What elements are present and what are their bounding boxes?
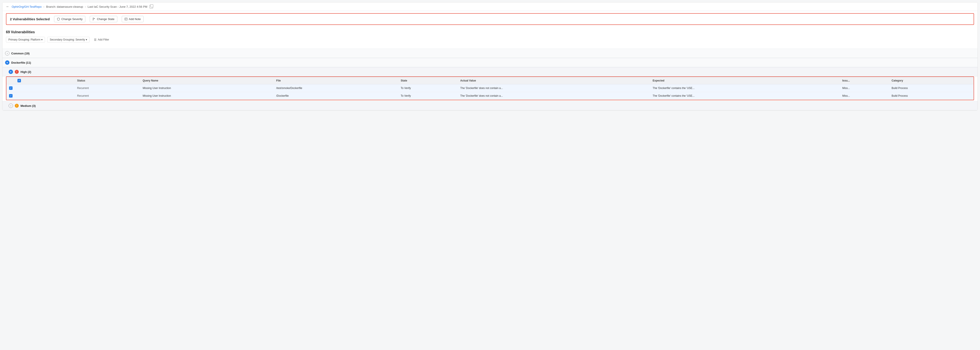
vuln-table: ✓ Status Query Name File State Actual Va… — [6, 77, 974, 100]
table-header: ✓ Status Query Name File State Actual Va… — [6, 77, 974, 84]
change-state-button[interactable]: Change State — [90, 16, 117, 22]
chevron-down-icon: ▾ — [5, 60, 10, 65]
group-medium-label: Medium (3) — [21, 104, 36, 108]
row2-file: /Dockerfile — [274, 92, 398, 100]
check-mark: ✓ — [18, 79, 20, 82]
medium-severity-badge: ! — [15, 104, 19, 108]
breadcrumb-branch: Branch: dataerasure-cleanup — [46, 5, 83, 8]
page-wrapper: ← OphirOrg/GH-TestRepo › Branch: dataera… — [2, 2, 978, 111]
change-severity-label: Change Severity — [61, 17, 83, 21]
note-icon — [125, 17, 127, 21]
add-filter-button[interactable]: ☰ Add Filter — [92, 37, 111, 43]
vuln-count-title: 69 Vulnerabilities — [6, 30, 974, 34]
col-actual-value: Actual Value — [458, 77, 651, 84]
row2-expected: The 'Dockerfile' contains the 'USE... — [651, 92, 840, 100]
breadcrumb-sep-1: › — [43, 5, 45, 8]
row2-query-name: Missing User Instruction — [140, 92, 274, 100]
col-issue: Issu... — [840, 77, 889, 84]
row2-state: To Verify — [398, 92, 458, 100]
row2-issue: Miss... — [840, 92, 889, 100]
row1-checkbox[interactable]: ✓ — [9, 86, 13, 90]
secondary-grouping-chevron-icon: ▾ — [86, 38, 87, 41]
breadcrumb-org-repo[interactable]: OphirOrg/GH-TestRepo — [12, 5, 42, 8]
chevron-right-medium-icon: › — [9, 103, 13, 108]
row1-check: ✓ — [10, 87, 12, 89]
col-expected: Expected — [651, 77, 840, 84]
group-dockerfile-label: Dockerfile (11) — [11, 61, 31, 64]
col-query-name: Query Name — [140, 77, 274, 84]
col-category: Category — [889, 77, 974, 84]
row1-status: Recurrent — [75, 84, 140, 92]
back-button[interactable]: ← — [6, 5, 10, 9]
selected-count-label: 2 Vulnerabilities Selected — [10, 17, 49, 21]
row1-file: /test/smoke/Dockerfile — [274, 84, 398, 92]
secondary-grouping-filter[interactable]: Secondary Grouping: Severity ▾ — [47, 37, 89, 43]
group-high-label: High (2) — [21, 70, 31, 74]
add-note-label: Add Note — [129, 17, 141, 21]
copy-icon[interactable] — [150, 5, 153, 8]
add-filter-label: Add Filter — [98, 38, 109, 41]
header-row: ✓ Status Query Name File State Actual Va… — [6, 77, 974, 84]
filter-bar: Primary Grouping: Platform ▾ Secondary G… — [6, 37, 974, 43]
primary-grouping-filter[interactable]: Primary Grouping: Platform ▾ — [6, 37, 45, 43]
action-bar: 2 Vulnerabilities Selected Change Severi… — [6, 13, 974, 25]
row2-checkbox[interactable]: ✓ — [9, 94, 13, 98]
col-file: File — [274, 77, 398, 84]
high-severity-badge: ! — [15, 70, 19, 74]
row2-actual-value: The 'Dockerfile' does not contain a... — [458, 92, 651, 100]
group-dockerfile[interactable]: ▾ Dockerfile (11) — [2, 58, 978, 67]
chevron-right-icon: › — [5, 51, 10, 55]
col-state: State — [398, 77, 458, 84]
change-state-label: Change State — [97, 17, 115, 21]
svg-rect-0 — [125, 18, 127, 20]
row1-checkbox-cell[interactable]: ✓ — [6, 84, 75, 92]
row2-status: Recurrent — [75, 92, 140, 100]
group-common-label: Common (19) — [11, 52, 30, 55]
breadcrumb-scan: Last IaC Security Scan - June 7, 2022 4:… — [88, 5, 147, 8]
breadcrumb-sep-2: › — [85, 5, 86, 8]
group-common[interactable]: › Common (19) — [2, 49, 978, 58]
header-checkbox-col: ✓ — [6, 77, 75, 84]
flag-icon — [92, 17, 95, 21]
secondary-grouping-label: Secondary Grouping: Severity — [49, 38, 85, 41]
content-area: 69 Vulnerabilities Primary Grouping: Pla… — [2, 27, 978, 49]
table-row: ✓ Recurrent Missing User Instruction /Do… — [6, 92, 974, 100]
row2-check: ✓ — [10, 95, 12, 97]
row1-expected: The 'Dockerfile' contains the 'USE... — [651, 84, 840, 92]
row1-actual-value: The 'Dockerfile' does not contain a... — [458, 84, 651, 92]
row2-checkbox-cell[interactable]: ✓ — [6, 92, 75, 100]
primary-grouping-chevron-icon: ▾ — [41, 38, 43, 41]
primary-grouping-label: Primary Grouping: Platform — [8, 38, 40, 41]
chevron-down-nested-icon: ▾ — [9, 70, 13, 74]
group-medium[interactable]: › ! Medium (3) — [2, 101, 978, 110]
change-severity-button[interactable]: Change Severity — [54, 16, 85, 22]
table-body: ✓ Recurrent Missing User Instruction /te… — [6, 84, 974, 100]
row1-issue: Miss... — [840, 84, 889, 92]
table-row: ✓ Recurrent Missing User Instruction /te… — [6, 84, 974, 92]
row1-category: Build Process — [889, 84, 974, 92]
filter-lines-icon: ☰ — [94, 38, 97, 41]
row1-state: To Verify — [398, 84, 458, 92]
row1-query-name: Missing User Instruction — [140, 84, 274, 92]
selected-rows-wrapper: ✓ Status Query Name File State Actual Va… — [6, 76, 974, 100]
col-status: Status — [75, 77, 140, 84]
add-note-button[interactable]: Add Note — [122, 16, 143, 22]
table-container: ✓ Status Query Name File State Actual Va… — [2, 76, 978, 100]
breadcrumb-bar: ← OphirOrg/GH-TestRepo › Branch: dataera… — [2, 2, 978, 11]
shield-icon — [57, 17, 60, 21]
group-high[interactable]: ▾ ! High (2) — [2, 67, 978, 76]
header-checkbox[interactable]: ✓ — [18, 79, 21, 82]
row2-category: Build Process — [889, 92, 974, 100]
